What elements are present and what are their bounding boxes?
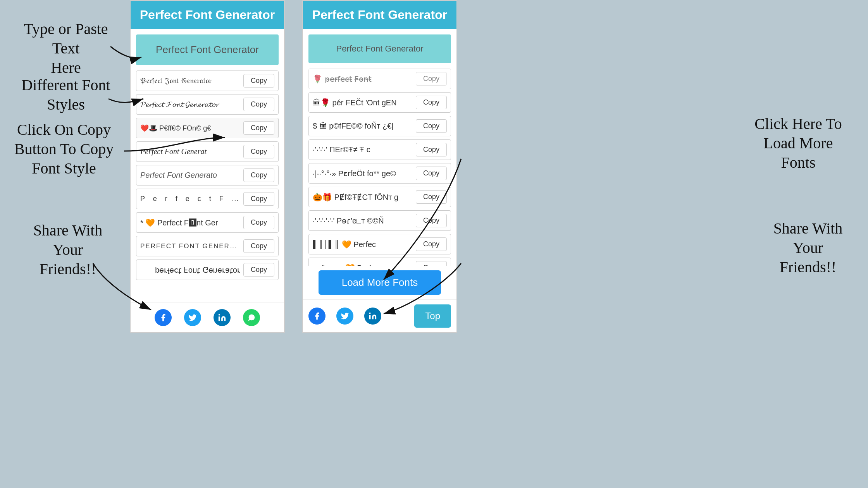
annotation-diff-fonts: Different FontStyles [12,76,120,114]
copy-button[interactable]: Copy [416,214,447,227]
left-panel: Perfect Font Generator 𝔓𝔢𝔯𝔣𝔢𝔠𝔱 𝔍𝔬𝔫𝔱 𝔊𝔢𝔫𝔢… [130,0,285,333]
copy-button[interactable]: Copy [243,168,274,182]
table-row: ¤„·°·„.·>> 🧡 Perfec Copy [308,258,451,266]
copy-button[interactable]: Copy [416,119,447,133]
facebook-share-button[interactable] [155,309,172,326]
copy-button[interactable]: Copy [243,192,274,206]
svg-point-0 [219,314,220,316]
table-row: ·'·'·'·'·'·' Pɘɾ'e□т ©©Ñ Copy [308,210,451,231]
table-row: ·'·'·'·' ΠΕr©Ŧ≠ Ŧ c Copy [308,139,451,160]
font-style-text: * 🧡 Perfect F🅾nt Ger [140,218,240,227]
font-style-text: ▌║│▌║ 🧡 Perfec [313,240,413,249]
svg-point-1 [369,313,371,314]
table-row: * 🧡 Perfect F🅾nt Ger Copy [136,212,279,233]
left-panel-header: Perfect Font Generator [131,1,284,29]
font-style-text: P e r f e c t F o n t [140,195,240,203]
linkedin-share-button-right[interactable] [364,308,381,325]
font-style-text: 🏛🌹 pér FEČt 'Ont gEN [313,98,413,107]
copy-button[interactable]: Copy [416,167,447,180]
font-style-text: ɹoʇɐɹǝuǝ⅁ ʇuoℲ ʇɔǝɟɹǝd [140,265,240,275]
twitter-share-button[interactable] [184,309,201,326]
copy-button[interactable]: Copy [416,190,447,204]
table-row: 🏛🌹 pér FEČt 'Ont gEN Copy [308,92,451,113]
annotation-share: Share WithYourFriends!! [16,221,120,279]
facebook-share-button-right[interactable] [308,308,326,325]
font-style-text: ·|··°·°·» PɛrfeÖt fo** ge© [313,169,413,178]
copy-button[interactable]: Copy [243,263,274,277]
share-bar-left [131,302,284,332]
table-row: 🌹 p̴e̴r̴f̴e̴c̴t̴ F̴o̴n̴t̴ Copy [308,69,451,89]
table-row: ·|··°·°·» PɛrfeÖt fo** ge© Copy [308,163,451,184]
table-row: ɹoʇɐɹǝuǝ⅁ ʇuoℲ ʇɔǝɟɹǝd Copy [136,259,279,280]
text-input[interactable] [136,34,279,65]
annotation-click-copy: Click On CopyButton To CopyFont Style [4,120,124,178]
font-style-text: 🎃🎁 PɆf©ŦɆCТ fÔNт g [313,192,413,202]
right-panel: Perfect Font Generator 🌹 p̴e̴r̴f̴e̴c̴t̴ … [302,0,457,333]
table-row: $ 🏛 p©fFE©© foÑт ¿€| Copy [308,116,451,136]
table-row: ❤️🎩 P€ff€© FOn© g€ Copy [136,118,279,138]
table-row: Perfect Font Generat Copy [136,141,279,162]
font-style-text: 𝓟𝓮𝓻𝓯𝓮𝓬𝓽 𝓕𝓸𝓷𝓽 𝓖𝓮𝓷𝓮𝓻𝓪𝓽𝓸𝓻 [140,100,240,109]
font-style-text: $ 🏛 p©fFE©© foÑт ¿€| [313,122,413,131]
table-row: P e r f e c t F o n t Copy [136,189,279,209]
font-style-text: Perfect Font Generato [140,171,240,180]
font-style-text: 𝔓𝔢𝔯𝔣𝔢𝔠𝔱 𝔍𝔬𝔫𝔱 𝔊𝔢𝔫𝔢𝔯𝔞𝔱𝔬𝔯 [140,76,240,85]
text-input-right[interactable] [308,34,451,63]
table-row: Perfect Font Generato Copy [136,165,279,186]
top-button[interactable]: Top [414,304,451,328]
copy-button[interactable]: Copy [416,72,447,86]
table-row: ▌║│▌║ 🧡 Perfec Copy [308,234,451,254]
right-panel-header: Perfect Font Generator [303,1,456,29]
copy-button[interactable]: Copy [243,239,274,253]
share-bar-right: Top [303,299,456,332]
whatsapp-share-button[interactable] [243,309,260,326]
copy-button[interactable]: Copy [243,145,274,158]
table-row: PERFECT FONT GENERATOR Copy [136,236,279,256]
annotation-type-paste: Type or Paste TextHere [12,19,120,77]
annotation-share-right: Share WithYourFriends!! [756,219,860,277]
copy-button[interactable]: Copy [416,261,447,266]
copy-button[interactable]: Copy [243,216,274,229]
table-row: 𝔓𝔢𝔯𝔣𝔢𝔠𝔱 𝔍𝔬𝔫𝔱 𝔊𝔢𝔫𝔢𝔯𝔞𝔱𝔬𝔯 Copy [136,70,279,91]
font-style-text: ¤„·°·„.·>> 🧡 Perfec [313,263,413,266]
annotation-load-more: Click Here ToLoad MoreFonts [740,114,856,172]
copy-button[interactable]: Copy [243,121,274,135]
font-list-right: 🌹 p̴e̴r̴f̴e̴c̴t̴ F̴o̴n̴t̴ Copy 🏛🌹 pér FE… [303,69,456,266]
copy-button[interactable]: Copy [416,237,447,251]
copy-button[interactable]: Copy [416,96,447,109]
table-row: 𝓟𝓮𝓻𝓯𝓮𝓬𝓽 𝓕𝓸𝓷𝓽 𝓖𝓮𝓷𝓮𝓻𝓪𝓽𝓸𝓻 Copy [136,94,279,115]
copy-button[interactable]: Copy [243,98,274,111]
font-style-text: PERFECT FONT GENERATOR [140,242,240,250]
load-more-button[interactable]: Load More Fonts [319,270,441,295]
font-style-text: ❤️🎩 P€ff€© FOn© g€ [140,124,240,132]
font-style-text: Perfect Font Generat [140,147,240,156]
twitter-share-button-right[interactable] [336,308,353,325]
font-style-text: ·'·'·'·'·'·' Pɘɾ'e□т ©©Ñ [313,216,413,225]
font-style-text: ·'·'·'·' ΠΕr©Ŧ≠ Ŧ c [313,145,413,154]
table-row: 🎃🎁 PɆf©ŦɆCТ fÔNт g Copy [308,187,451,207]
copy-button[interactable]: Copy [416,143,447,156]
font-list-left: 𝔓𝔢𝔯𝔣𝔢𝔠𝔱 𝔍𝔬𝔫𝔱 𝔊𝔢𝔫𝔢𝔯𝔞𝔱𝔬𝔯 Copy 𝓟𝓮𝓻𝓯𝓮𝓬𝓽 𝓕𝓸𝓷𝓽… [131,70,284,302]
copy-button[interactable]: Copy [243,74,274,88]
font-style-text: 🌹 p̴e̴r̴f̴e̴c̴t̴ F̴o̴n̴t̴ [313,74,413,84]
linkedin-share-button[interactable] [214,309,231,326]
